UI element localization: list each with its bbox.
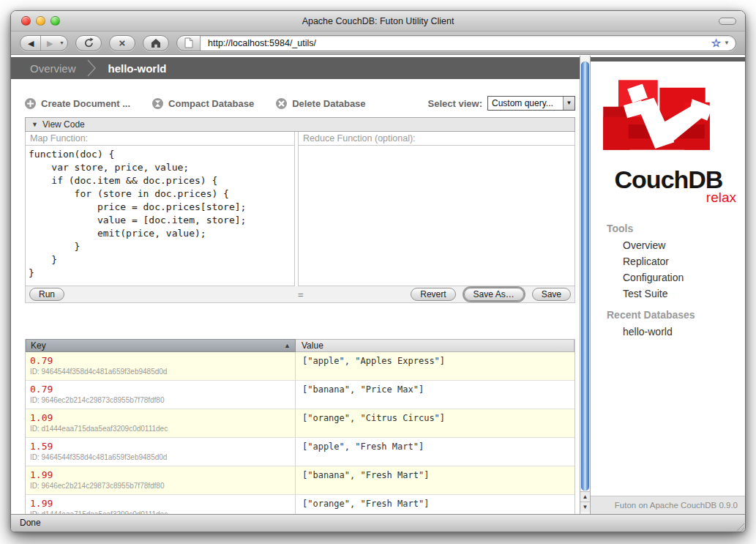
stop-button[interactable]: × [109,35,135,51]
view-code-title: View Code [42,119,85,130]
page-scrollbar: ▲ ▼ [580,56,591,514]
row-doc-id: ID: 9464544f358d4c481a659f3eb9485d0d [30,453,291,461]
row-key: 1.99 [30,469,291,480]
window-titlebar: Apache CouchDB: Futon Utility Client [11,11,745,31]
futon-page: Overview hello-world Create Document ... [11,56,745,514]
window-controls [21,16,60,26]
sidebar-nav: ToolsOverviewReplicatorConfigurationTest… [591,215,745,340]
resize-grip[interactable] [735,521,744,531]
key-column-label: Key [31,340,284,351]
sidebar-item-overview[interactable]: Overview [591,237,745,253]
value-cell: ["orange", "Citrus Circus"] [296,409,575,437]
toolbar-toggle-lozenge[interactable] [719,18,736,25]
scroll-up-button[interactable]: ▲ [580,491,590,502]
delete-database-label: Delete Database [292,98,365,109]
table-row[interactable]: 0.79 ID: 9646ec2b214c29873c8955b7f78fdf8… [26,381,575,409]
reload-button[interactable] [75,35,102,51]
equals-separator: = [298,289,304,300]
table-row[interactable]: 1.59 ID: 9464544f358d4c481a659f3eb9485d0… [26,438,575,466]
compact-database-label: Compact Database [168,98,254,109]
key-column-header[interactable]: Key ▲ [26,339,296,352]
value-cell: ["banana", "Price Max"] [296,381,575,409]
row-key: 1.09 [30,412,291,423]
row-value: ["apple", "Fresh Mart"] [302,441,570,452]
table-row[interactable]: 0.79 ID: 9464544f358d4c481a659f3eb9485d0… [26,352,575,381]
page-proxy[interactable] [177,36,201,51]
url-dropdown-icon[interactable]: ▼ [724,40,730,46]
key-cell: 1.99 ID: d1444eaa715daa5eaf3209c0d0111de… [26,495,296,514]
revert-button[interactable]: Revert [411,288,455,301]
key-cell: 0.79 ID: 9464544f358d4c481a659f3eb9485d0… [26,352,296,380]
document-icon [184,37,193,48]
row-value: ["banana", "Fresh Mart"] [302,470,570,480]
results-table: Key ▲ Value 0.79 ID: 9464544f358d4c481a6… [25,339,575,514]
logo-wordmark: CouchDB [591,168,745,190]
bookmark-star-icon[interactable]: ☆ [711,37,721,50]
collapse-triangle-icon: ▼ [31,121,38,128]
sidebar-section-title: Tools [591,215,745,237]
browser-window: Apache CouchDB: Futon Utility Client ◀ ▶… [10,10,746,532]
sidebar-list: hello-world [591,324,745,340]
view-select[interactable]: Custom query... ▼ [487,96,575,111]
compact-icon [152,98,163,109]
save-button[interactable]: Save [532,288,571,301]
window-title: Apache CouchDB: Futon Utility Client [11,11,745,31]
results-rows: 0.79 ID: 9464544f358d4c481a659f3eb9485d0… [26,352,575,514]
row-doc-id: ID: 9646ec2b214c29873c8955b7f78fdf80 [30,482,291,490]
value-cell: ["orange", "Fresh Mart"] [296,495,575,514]
browser-toolbar: ◀ ▶ ▼ × http://loc [11,31,745,55]
key-cell: 1.99 ID: 9646ec2b214c29873c8955b7f78fdf8… [26,466,296,494]
stop-icon: × [119,36,126,51]
value-column-header[interactable]: Value [296,339,575,352]
minimize-window-button[interactable] [36,16,45,26]
compact-database-button[interactable]: Compact Database [152,98,254,109]
history-dropdown-icon[interactable]: ▼ [59,40,66,45]
view-code-toggle[interactable]: ▼ View Code [25,117,575,132]
back-icon[interactable]: ◀ [22,36,41,51]
status-text: Done [20,518,41,528]
table-row[interactable]: 1.09 ID: d1444eaa715daa5eaf3209c0d0111de… [26,409,575,438]
close-window-button[interactable] [21,16,31,26]
row-value: ["orange", "Citrus Circus"] [302,413,570,423]
main-content: Create Document ... Compact Database [11,79,580,514]
select-arrow-icon: ▼ [563,97,575,110]
url-input[interactable]: http://localhost:5984/_utils/ ☆ ▼ [201,36,736,51]
save-as-button[interactable]: Save As… [464,288,524,301]
view-select-value: Custom query... [488,98,563,108]
nav-buttons: ◀ ▶ ▼ [20,35,68,51]
row-key: 1.59 [30,441,291,452]
create-document-button[interactable]: Create Document ... [25,98,130,109]
delete-database-button[interactable]: Delete Database [276,98,365,109]
row-doc-id: ID: 9464544f358d4c481a659f3eb9485d0d [30,368,291,376]
row-key: 0.79 [30,384,291,395]
breadcrumb-overview-link[interactable]: Overview [30,62,76,75]
row-doc-id: ID: d1444eaa715daa5eaf3209c0d0111dec [30,425,291,433]
zoom-window-button[interactable] [50,16,60,26]
home-button[interactable] [143,35,169,51]
reduce-function-editor[interactable] [298,146,575,286]
breadcrumb-current-db: hello-world [108,62,167,75]
run-button[interactable]: Run [29,288,64,301]
table-row[interactable]: 1.99 ID: d1444eaa715daa5eaf3209c0d0111de… [26,495,575,514]
sidebar: CouchDB relax ToolsOverviewReplicatorCon… [591,62,745,514]
sidebar-item-test-suite[interactable]: Test Suite [591,286,745,302]
scroll-down-button[interactable]: ▼ [580,502,590,512]
forward-icon[interactable]: ▶ [41,36,59,51]
map-function-editor[interactable]: function(doc) { var store, price, value;… [25,146,295,286]
sidebar-item-hello-world[interactable]: hello-world [591,324,745,340]
select-view-group: Select view: Custom query... ▼ [428,96,575,111]
key-cell: 1.09 ID: d1444eaa715daa5eaf3209c0d0111de… [26,409,296,437]
scrollbar-thumb[interactable] [581,62,589,491]
value-cell: ["banana", "Fresh Mart"] [296,466,575,494]
value-cell: ["apple", "Fresh Mart"] [296,438,575,466]
table-row[interactable]: 1.99 ID: 9646ec2b214c29873c8955b7f78fdf8… [26,466,575,495]
key-cell: 1.59 ID: 9464544f358d4c481a659f3eb9485d0… [26,438,296,466]
value-cell: ["apple", "Apples Express"] [296,352,575,380]
key-cell: 0.79 ID: 9646ec2b214c29873c8955b7f78fdf8… [26,381,296,409]
sidebar-item-configuration[interactable]: Configuration [591,269,745,286]
view-code-buttons: Run = Revert Save As… Save [25,286,575,303]
sidebar-footer: Futon on Apache CouchDB 0.9.0 [591,496,745,514]
sidebar-item-replicator[interactable]: Replicator [591,253,745,269]
reduce-function-label: Reduce Function (optional): [298,132,575,146]
view-code-panel: ▼ View Code Map Function: function(doc) … [25,117,575,303]
